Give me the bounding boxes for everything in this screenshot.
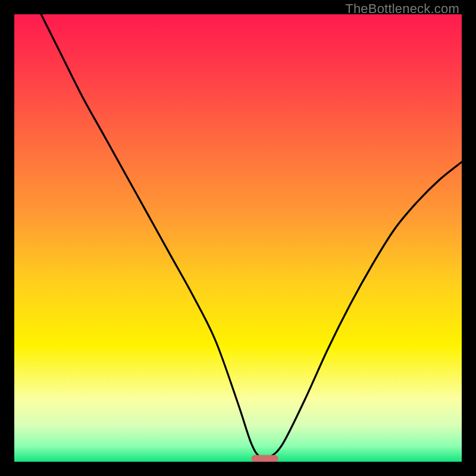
chart-frame	[14, 14, 462, 462]
bottleneck-plot	[14, 14, 462, 462]
watermark-text: TheBottleneck.com	[345, 1, 459, 17]
gradient-background	[14, 14, 462, 462]
optimum-marker	[252, 455, 278, 462]
